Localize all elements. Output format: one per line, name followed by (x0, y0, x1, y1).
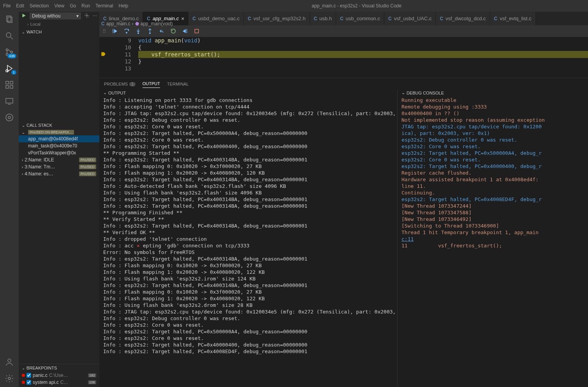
tab-vsf_usbd_UAC.c[interactable]: Cvsf_usbd_UAC.c (384, 12, 436, 25)
menu-view[interactable]: View (54, 3, 64, 9)
svg-rect-27 (187, 29, 187, 33)
c-file-icon: C (314, 16, 317, 21)
svg-point-8 (6, 70, 8, 72)
debug-sidebar: Debug withou▾ ⋯ ›Local ⌄WATCH ⌄CALL STAC… (19, 12, 99, 387)
reverse-icon[interactable] (182, 28, 188, 34)
callstack-frame[interactable]: vPortTaskWrapper@0x (19, 149, 99, 156)
tab-vsf_evtq_list.c[interactable]: Cvsf_evtq_list.c (490, 12, 535, 25)
menu-help[interactable]: Help (119, 3, 129, 9)
output-header[interactable]: ⌄OUTPUT (99, 89, 397, 96)
panel-tabs: PROBLEMS1 OUTPUT TERMINAL (99, 78, 588, 89)
svg-rect-20 (113, 29, 113, 33)
tab-usb_common.c[interactable]: Cusb_common.c (336, 12, 384, 25)
tab-vsf_dwcotg_dcd.c[interactable]: Cvsf_dwcotg_dcd.c (436, 12, 490, 25)
svg-line-3 (11, 37, 13, 39)
thread-current[interactable]: ⌄ PAUSED ON BREAKPOI… (19, 129, 99, 135)
debug-console-panel: ⌄DEBUG CONSOLE Running executableRemote … (397, 89, 588, 387)
svg-point-6 (11, 51, 13, 53)
debug-icon[interactable]: 1 (5, 64, 14, 73)
svg-rect-13 (6, 98, 13, 103)
start-debug-icon[interactable] (21, 13, 26, 19)
menu-edit[interactable]: Edit (16, 3, 24, 9)
menu-file[interactable]: File (3, 3, 11, 9)
scm-icon[interactable]: 438 (5, 47, 14, 57)
remote-icon[interactable] (5, 96, 14, 106)
svg-point-24 (138, 33, 139, 34)
ellipsis-icon[interactable]: ⋯ (93, 14, 97, 19)
window-title: app_main.c - esp32s2 - Visual Studio Cod… (134, 3, 579, 9)
step-into-icon[interactable] (135, 28, 141, 34)
restart-icon[interactable] (170, 28, 176, 34)
breadcrumbs[interactable]: C app_main.c › ⬣ app_main(void) (101, 21, 173, 26)
scm-badge: 438 (7, 54, 16, 58)
c-file-icon: C (494, 16, 497, 21)
breakpoint-checkbox[interactable] (26, 373, 31, 378)
code-editor[interactable]: 910111213 void app_main(void){ vsf_freer… (99, 37, 588, 78)
debug-console-header[interactable]: ⌄DEBUG CONSOLE (398, 89, 588, 96)
breakpoint-marker-icon[interactable] (100, 51, 106, 57)
settings-icon[interactable] (5, 374, 14, 383)
variables-local[interactable]: ›Local (19, 20, 99, 28)
tab-output[interactable]: OUTPUT (143, 80, 160, 88)
debug-badge: 1 (11, 70, 16, 75)
tab-vsf_usr_cfg_esp32s2.h[interactable]: Cvsf_usr_cfg_esp32s2.h (244, 12, 310, 25)
files-icon[interactable] (5, 15, 14, 24)
tab-label: app_main.c (153, 16, 179, 21)
breakpoints-section[interactable]: ⌄BREAKPOINTS (19, 364, 99, 372)
menu-selection[interactable]: Selection (30, 3, 49, 9)
menu-go[interactable]: Go (70, 3, 76, 9)
drag-handle-icon[interactable]: ⠿ (102, 28, 106, 34)
tab-label: vsf_evtq_list.c (500, 16, 532, 21)
callstack-section[interactable]: ⌄CALL STACK (19, 121, 99, 129)
tab-problems[interactable]: PROBLEMS1 (104, 80, 136, 88)
breakpoint-item[interactable]: panic.cC:\Use…182 (19, 372, 99, 379)
stop-icon[interactable] (194, 28, 200, 34)
svg-rect-0 (7, 16, 11, 21)
svg-point-4 (6, 49, 8, 51)
liveshare-icon[interactable] (5, 113, 14, 122)
menu-run[interactable]: Run (81, 3, 90, 9)
c-file-icon: C (340, 16, 343, 21)
thread-row[interactable]: ›4:Name: es…PAUSED (19, 170, 99, 177)
c-file-icon: C (192, 16, 196, 21)
breakpoint-dot-icon (22, 374, 25, 377)
c-file-icon: C (147, 16, 150, 21)
activitybar: 438 1 (0, 12, 19, 387)
step-out-icon[interactable] (147, 28, 153, 34)
svg-rect-29 (195, 29, 198, 33)
svg-point-26 (150, 33, 151, 34)
watch-section[interactable]: ⌄WATCH (19, 28, 99, 36)
thread-row[interactable]: ›3:Name: Tm…PAUSED (19, 163, 99, 170)
svg-rect-11 (6, 86, 9, 88)
svg-rect-1 (8, 17, 12, 23)
output-panel: ⌄OUTPUT Info : Listening on port 3333 fo… (99, 89, 397, 387)
step-back-icon[interactable] (158, 28, 165, 34)
search-icon[interactable] (5, 31, 14, 40)
continue-icon[interactable] (112, 28, 118, 34)
svg-rect-9 (6, 81, 9, 84)
debug-config-dropdown[interactable]: Debug withou▾ (30, 12, 81, 19)
tab-terminal[interactable]: TERMINAL (167, 80, 189, 88)
tab-label: vsf_dwcotg_dcd.c (445, 16, 486, 21)
tab-usb.h[interactable]: Cusb.h (310, 12, 336, 25)
extensions-icon[interactable] (5, 80, 14, 89)
breakpoint-item[interactable]: system api.cC…106 (19, 379, 99, 386)
callstack-frame[interactable]: main_task@0x4009e70 (19, 142, 99, 149)
thread-row[interactable]: ›2:Name: IDLEPAUSED (19, 156, 99, 163)
tab-label: usb.h (319, 16, 332, 21)
tab-label: vsf_usbd_UAC.c (394, 16, 432, 21)
svg-point-22 (126, 32, 127, 33)
breakpoint-checkbox[interactable] (26, 380, 31, 385)
menu-terminal[interactable]: Terminal (95, 3, 113, 9)
tab-usbd_demo_uac.c[interactable]: Cusbd_demo_uac.c (188, 12, 244, 25)
c-file-icon: C (248, 16, 251, 21)
account-icon[interactable] (5, 357, 14, 367)
step-over-icon[interactable] (123, 28, 130, 34)
close-icon[interactable]: × (181, 16, 184, 22)
gear-icon[interactable] (84, 13, 90, 19)
svg-point-19 (86, 15, 88, 16)
output-content[interactable]: Info : Listening on port 3333 for gdb co… (99, 96, 397, 387)
svg-marker-21 (114, 29, 117, 33)
debug-console-content[interactable]: Running executableRemote debugging using… (398, 96, 588, 387)
callstack-frame[interactable]: app_main@0x4008ed4f (19, 135, 99, 142)
